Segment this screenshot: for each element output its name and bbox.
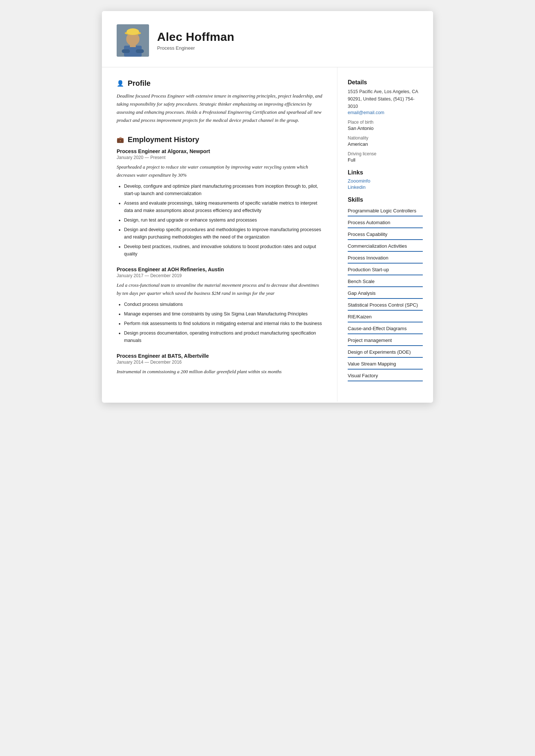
employment-section-title: 💼 Employment History (117, 135, 324, 144)
skill-name: Gap Analysis (348, 288, 423, 298)
skills-heading: Skills (348, 197, 423, 203)
left-column: 👤 Profile Deadline focused Process Engin… (102, 67, 337, 402)
profile-text: Deadline focused Process Engineer with e… (117, 92, 324, 124)
skills-block: Skills Programmable Logic Controllers Pr… (348, 197, 423, 381)
place-of-birth-label: Place of birth (348, 120, 423, 125)
job-dates: January 2020 — Present (117, 155, 324, 160)
candidate-name: Alec Hoffman (157, 30, 234, 44)
skill-name: Cause-and-Effect Diagrams (348, 323, 423, 333)
skill-name: Process Innovation (348, 252, 423, 263)
skill-item: Process Capability (348, 229, 423, 240)
skills-container: Programmable Logic Controllers Process A… (348, 205, 423, 381)
skill-bar (348, 310, 423, 311)
skill-item: Visual Factory (348, 370, 423, 381)
skill-name: Production Start-up (348, 264, 423, 275)
resume-header: Alec Hoffman Process Engineer (102, 11, 433, 67)
place-of-birth-value: San Antonio (348, 126, 423, 131)
job-bullet: Design, run test and upgrade or enhance … (124, 216, 324, 224)
employment-icon: 💼 (117, 136, 124, 143)
link-item[interactable]: Zooominfo (348, 178, 423, 184)
links-block: Links ZooominfoLinkedin (348, 169, 423, 190)
profile-section-title: 👤 Profile (117, 79, 324, 88)
skill-item: Design of Experiments (DOE) (348, 347, 423, 358)
skill-item: Programmable Logic Controllers (348, 205, 423, 216)
link-item[interactable]: Linkedin (348, 184, 423, 190)
job-bullet: Design and develop specific procedures a… (124, 226, 324, 241)
skill-bar (348, 345, 423, 346)
profile-icon: 👤 (117, 80, 124, 87)
skill-bar (348, 369, 423, 370)
job-title: Process Engineer at BATS, Albertville (117, 353, 324, 359)
skill-name: Programmable Logic Controllers (348, 205, 423, 216)
skill-bar (348, 333, 423, 334)
job-title: Process Engineer at Algorax, Newport (117, 148, 324, 154)
links-heading: Links (348, 169, 423, 176)
job-entry: Process Engineer at AOH Refineries, Aust… (117, 266, 324, 344)
nationality-value: American (348, 141, 423, 147)
main-content: 👤 Profile Deadline focused Process Engin… (102, 67, 433, 403)
skill-item: Process Innovation (348, 252, 423, 264)
skill-item: Commercialization Activities (348, 241, 423, 252)
jobs-container: Process Engineer at Algorax, Newport Jan… (117, 148, 324, 375)
job-dates: January 2017 — December 2019 (117, 273, 324, 278)
job-bullet: Manage expenses and time constraints by … (124, 310, 324, 318)
skill-bar (348, 263, 423, 264)
skill-bar (348, 275, 423, 275)
job-bullet: Design process documentation, operating … (124, 329, 324, 344)
svg-point-5 (127, 28, 139, 35)
job-description: Led a cross-functional team to streamlin… (117, 281, 324, 297)
skill-item: Cause-and-Effect Diagrams (348, 323, 423, 334)
job-bullet: Assess and evaluate processings, taking … (124, 199, 324, 214)
avatar (117, 24, 149, 57)
job-entry: Process Engineer at BATS, Albertville Ja… (117, 353, 324, 375)
svg-rect-7 (136, 49, 144, 53)
skill-name: Process Automation (348, 217, 423, 227)
driving-license-label: Driving license (348, 151, 423, 156)
details-heading: Details (348, 79, 423, 86)
job-bullet: Conduct process simulations (124, 301, 324, 308)
profile-section: 👤 Profile Deadline focused Process Engin… (117, 79, 324, 124)
details-block: Details 1515 Pacific Ave, Los Angeles, C… (348, 79, 423, 163)
skill-item: Production Start-up (348, 264, 423, 275)
skill-bar (348, 381, 423, 381)
skill-item: Value Stream Mapping (348, 358, 423, 370)
skill-item: RIE/Kaizen (348, 311, 423, 322)
details-email[interactable]: email@email.com (348, 110, 423, 115)
job-bullet: Develop, configure and optimize plant ma… (124, 183, 324, 197)
skill-bar (348, 286, 423, 287)
skill-bar (348, 216, 423, 216)
skill-item: Statistical Process Control (SPC) (348, 300, 423, 311)
job-bullet: Perform risk assessments to find solutio… (124, 320, 324, 327)
skill-name: RIE/Kaizen (348, 311, 423, 322)
right-column: Details 1515 Pacific Ave, Los Angeles, C… (337, 67, 433, 403)
skill-bar (348, 322, 423, 322)
employment-section: 💼 Employment History Process Engineer at… (117, 135, 324, 375)
job-entry: Process Engineer at Algorax, Newport Jan… (117, 148, 324, 258)
job-title: Process Engineer at AOH Refineries, Aust… (117, 266, 324, 272)
skill-name: Value Stream Mapping (348, 358, 423, 369)
driving-license-value: Full (348, 157, 423, 163)
header-info: Alec Hoffman Process Engineer (157, 30, 234, 51)
candidate-title: Process Engineer (157, 45, 234, 51)
links-container: ZooominfoLinkedin (348, 178, 423, 190)
skill-name: Statistical Process Control (SPC) (348, 300, 423, 310)
details-address: 1515 Pacific Ave, Los Angeles, CA 90291,… (348, 88, 423, 110)
resume-document: Alec Hoffman Process Engineer 👤 Profile … (102, 11, 433, 403)
skill-name: Design of Experiments (DOE) (348, 347, 423, 357)
job-description: Instrumental in commissioning a 200 mill… (117, 368, 324, 375)
skill-bar (348, 251, 423, 252)
skill-item: Bench Scale (348, 276, 423, 287)
skill-name: Bench Scale (348, 276, 423, 286)
skill-item: Project management (348, 335, 423, 346)
skill-item: Process Automation (348, 217, 423, 228)
skill-bar (348, 357, 423, 358)
skill-name: Process Capability (348, 229, 423, 239)
job-description: Spearheaded a project to reduce site wat… (117, 163, 324, 179)
svg-rect-6 (122, 49, 130, 53)
nationality-label: Nationality (348, 135, 423, 141)
skill-bar (348, 239, 423, 240)
skill-item: Gap Analysis (348, 288, 423, 299)
skill-name: Project management (348, 335, 423, 345)
skill-bar (348, 298, 423, 299)
job-dates: January 2014 — December 2016 (117, 360, 324, 365)
